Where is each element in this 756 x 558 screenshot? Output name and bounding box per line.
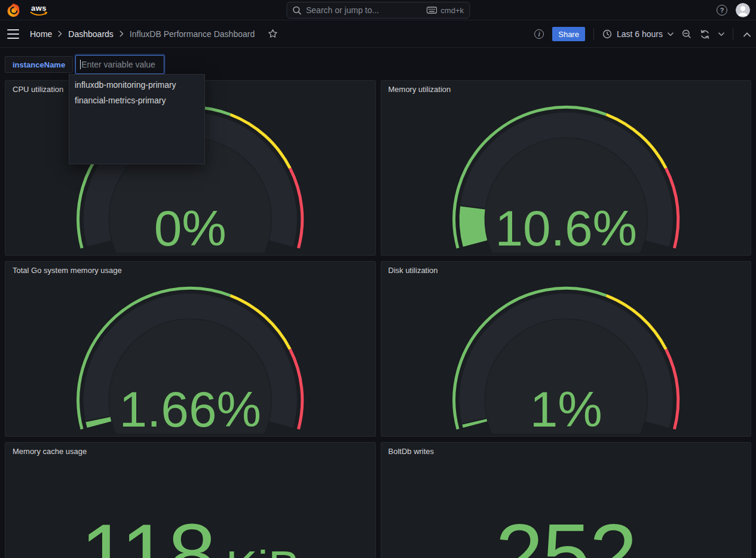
menu-icon[interactable] (7, 29, 19, 39)
time-range-picker[interactable]: Last 6 hours (602, 29, 674, 39)
variable-label: instanceName (5, 56, 73, 73)
brand-logos: aws (0, 2, 48, 18)
refresh-icon[interactable] (700, 29, 710, 39)
stat-value: 252 (495, 511, 636, 558)
breadcrumb-dashboards[interactable]: Dashboards (68, 29, 114, 39)
refresh-interval-chevron-icon[interactable] (718, 32, 724, 36)
panel-disk-utilization: Disk utilization 1% (381, 261, 752, 437)
zoom-out-icon[interactable] (682, 29, 691, 39)
gauge-chart: 10.6% (381, 99, 751, 255)
gauge-value: 1% (529, 381, 602, 434)
panel-go-memory-usage: Total Go system memory usage 1.66% (5, 261, 376, 437)
variable-option[interactable]: influxdb-monitoring-primary (69, 77, 204, 93)
panel-title[interactable]: Total Go system memory usage (5, 262, 375, 277)
gauge-value: 0% (154, 200, 227, 253)
search-input[interactable] (306, 5, 421, 15)
collapse-controls-icon[interactable] (743, 31, 751, 38)
divider (593, 28, 594, 40)
gauge-value: 10.6% (495, 200, 637, 253)
grafana-logo-icon[interactable] (6, 2, 22, 18)
gauge-chart: 1% (381, 280, 751, 436)
aws-logo[interactable]: aws (30, 4, 48, 17)
text-caret (80, 60, 81, 69)
clock-icon (602, 29, 612, 39)
panel-title[interactable]: Disk utilization (381, 262, 751, 277)
panel-memory-utilization: Memory utilization 10.6% (381, 80, 752, 256)
gauge-value: 1.66% (119, 381, 261, 434)
variable-value-input[interactable] (75, 55, 164, 74)
search-shortcut: cmd+k (426, 6, 464, 15)
chevron-right-icon (120, 30, 124, 37)
star-icon[interactable] (268, 29, 278, 39)
panel-title[interactable]: BoltDb writes (381, 443, 751, 458)
global-search[interactable]: cmd+k (286, 2, 470, 19)
breadcrumb-home[interactable]: Home (30, 29, 52, 39)
panel-title[interactable]: Memory cache usage (5, 443, 375, 458)
avatar[interactable] (736, 3, 750, 17)
divider (733, 28, 733, 40)
info-icon[interactable]: i (534, 29, 544, 39)
stat-value: 118 (80, 511, 215, 558)
stat-value-panel: 118KiB (5, 461, 375, 558)
keyboard-icon (426, 7, 437, 14)
variable-options-dropdown: influxdb-monitoring-primary financial-me… (69, 74, 205, 164)
aws-smile-icon (30, 11, 48, 17)
share-button[interactable]: Share (552, 27, 585, 41)
stat-unit: KiB (226, 544, 301, 558)
help-icon[interactable]: ? (717, 5, 727, 16)
chevron-right-icon (58, 30, 62, 37)
user-icon (736, 3, 750, 17)
breadcrumb-current: InfluxDB Performance Dashboard (130, 29, 255, 39)
stat-value-panel: 252 (381, 461, 751, 558)
panel-memory-cache-usage: Memory cache usage 118KiB (5, 442, 376, 558)
search-icon (292, 6, 301, 15)
chevron-down-icon (668, 32, 674, 36)
dashboard-toolbar: Home Dashboards InfluxDB Performance Das… (0, 20, 756, 48)
panel-boltdb-writes: BoltDb writes 252 (381, 442, 752, 558)
gauge-chart: 1.66% (5, 280, 375, 436)
panel-title[interactable]: Memory utilization (381, 81, 751, 96)
variable-option[interactable]: financial-metrics-primary (69, 93, 204, 108)
top-app-bar: aws cmd+k ? (0, 0, 756, 20)
breadcrumb: Home Dashboards InfluxDB Performance Das… (30, 29, 278, 39)
